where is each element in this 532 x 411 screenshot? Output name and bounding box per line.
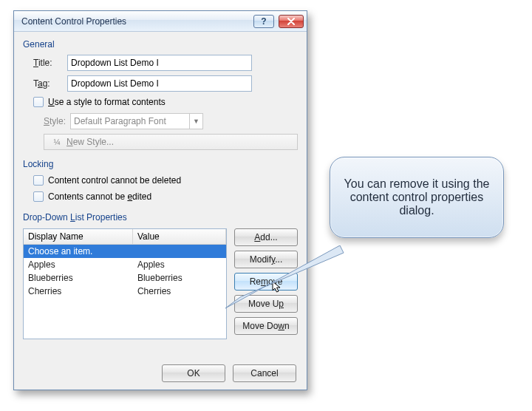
tag-label: Tag: [33, 78, 63, 89]
style-label: Style: [44, 116, 66, 126]
title-label: Title: [33, 58, 63, 68]
use-style-checkbox[interactable] [33, 97, 44, 107]
modify-button[interactable]: Modify... [234, 251, 298, 268]
dropdown-listbox[interactable]: Display Name Value Choose an item. Apple… [23, 228, 227, 339]
close-button[interactable] [279, 15, 304, 28]
titlebar: Content Control Properties ? [14, 11, 307, 32]
lock-delete-checkbox[interactable] [33, 175, 44, 186]
ok-button[interactable]: OK [162, 364, 225, 382]
list-side-buttons: Add... Modify... Remove Move Up Move Dow… [234, 228, 298, 356]
section-general: General [23, 39, 298, 50]
use-style-row: Use a style to format contents [33, 97, 298, 107]
list-row[interactable]: Blueberries Blueberries [24, 271, 226, 285]
dialog-body: General Title: Tag: Use a style to forma… [14, 32, 307, 390]
move-up-button[interactable]: Move Up [234, 295, 298, 313]
use-style-label: Use a style to format contents [48, 97, 166, 107]
lock-edit-label: Contents cannot be edited [48, 191, 151, 202]
title-input[interactable] [67, 55, 252, 71]
dialog-title: Content Control Properties [21, 16, 249, 27]
col-display-name[interactable]: Display Name [24, 229, 133, 244]
lock-edit-row: Contents cannot be edited [33, 191, 298, 202]
style-combo: Default Paragraph Font ▼ [70, 113, 203, 129]
style-combo-value: Default Paragraph Font [74, 116, 166, 126]
add-button[interactable]: Add... [234, 228, 298, 246]
content-control-properties-dialog: Content Control Properties ? General Tit… [13, 10, 307, 390]
dropdown-list-area: Display Name Value Choose an item. Apple… [23, 228, 298, 356]
lock-delete-label: Content control cannot be deleted [48, 175, 181, 186]
list-row[interactable]: Choose an item. [24, 245, 226, 258]
row-title: Title: [33, 55, 298, 71]
row-tag: Tag: [33, 75, 298, 92]
move-down-button[interactable]: Move Down [234, 317, 298, 335]
new-style-button: ¼ New Style... [44, 134, 298, 150]
col-value[interactable]: Value [133, 229, 226, 244]
new-style-label: New Style... [66, 137, 114, 147]
list-header: Display Name Value [24, 229, 226, 245]
section-dropdown: Drop-Down List Properties [23, 212, 298, 223]
cancel-button[interactable]: Cancel [233, 364, 296, 382]
annotation-callout: You can remove it using the content cont… [330, 157, 504, 238]
dialog-footer: OK Cancel [23, 364, 298, 382]
close-icon [287, 18, 296, 25]
style-row: Style: Default Paragraph Font ▼ [44, 113, 298, 129]
lock-delete-row: Content control cannot be deleted [33, 175, 298, 186]
chevron-down-icon: ▼ [189, 114, 202, 129]
new-style-icon: ¼ [52, 137, 62, 147]
tag-input[interactable] [67, 75, 252, 92]
list-row[interactable]: Apples Apples [24, 258, 226, 271]
section-locking: Locking [23, 159, 298, 169]
list-body: Choose an item. Apples Apples Blueberrie… [24, 245, 226, 339]
callout-text: You can remove it using the content cont… [344, 177, 490, 217]
lock-edit-checkbox[interactable] [33, 191, 44, 202]
help-button[interactable]: ? [253, 15, 274, 28]
list-row[interactable]: Cherries Cherries [24, 285, 226, 298]
remove-button[interactable]: Remove [234, 273, 298, 291]
